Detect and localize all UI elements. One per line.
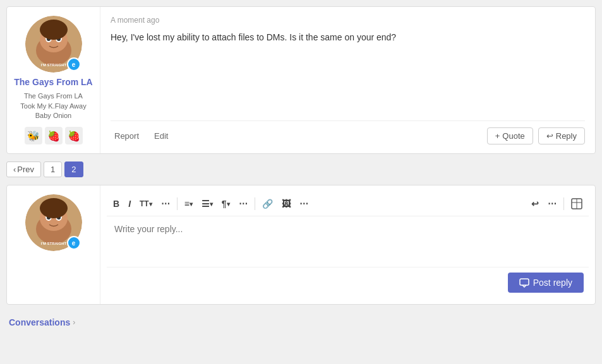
align-button[interactable]: ☰ ▾ [198, 196, 217, 211]
reply-sidebar: I'M STRAIGHT e [7, 185, 100, 304]
reply-textarea[interactable] [107, 216, 589, 267]
conversations-link[interactable]: Conversations [9, 317, 70, 327]
report-button[interactable]: Report [111, 129, 143, 143]
editor-footer: Post reply [107, 267, 589, 298]
reply-avatar: I'M STRAIGHT e [25, 194, 82, 251]
emoji-2: 🍓 [45, 127, 63, 144]
post-actions: Report Edit + Quote ↩ Reply [111, 120, 585, 144]
user-subtitle: The Gays From LA Took My K.Flay Away Bab… [20, 91, 86, 120]
avatar: I'M STRAIGHT e [25, 16, 82, 73]
reply-user-badge: e [67, 236, 81, 250]
separator-1 [177, 197, 178, 210]
separator-2 [255, 197, 255, 210]
font-size-button[interactable]: TT ▾ [136, 197, 156, 211]
edit-button[interactable]: Edit [150, 129, 172, 143]
user-emojis: 🐝 🍓 🍓 [25, 127, 83, 144]
action-right: + Quote ↩ Reply [487, 127, 585, 144]
post-card: I'M STRAIGHT e The Gays From LA The Gays… [6, 6, 596, 154]
chevron-right-icon: › [73, 318, 75, 327]
reply-button[interactable]: ↩ Reply [538, 127, 585, 144]
page-2-button[interactable]: 2 [64, 161, 83, 177]
svg-rect-21 [520, 279, 529, 285]
svg-text:I'M STRAIGHT: I'M STRAIGHT [40, 63, 66, 67]
action-left: Report Edit [111, 129, 172, 143]
post-reply-button[interactable]: Post reply [508, 273, 584, 293]
plus-icon: + [495, 131, 500, 141]
more-format-button[interactable]: ⋯ [157, 196, 174, 211]
emoji-1: 🐝 [25, 127, 42, 144]
prev-button[interactable]: ‹ Prev [6, 161, 41, 177]
more-options-button[interactable]: ⋯ [544, 196, 560, 211]
quote-button[interactable]: + Quote [487, 127, 533, 144]
editor-toolbar: B I TT ▾ ⋯ ≡ ▾ ☰ ▾ ¶ ▾ [107, 192, 589, 216]
reply-card: I'M STRAIGHT e B I TT ▾ ⋯ ≡ ▾ [6, 185, 596, 305]
italic-button[interactable]: I [124, 196, 135, 211]
separator-3 [563, 197, 564, 210]
user-badge: e [67, 57, 81, 71]
svg-point-16 [40, 198, 68, 218]
emoji-3: 🍓 [65, 127, 83, 144]
reply-editor: B I TT ▾ ⋯ ≡ ▾ ☰ ▾ ¶ ▾ [100, 185, 595, 304]
link-button[interactable]: 🔗 [258, 196, 277, 211]
svg-text:I'M STRAIGHT: I'M STRAIGHT [40, 242, 66, 245]
page-container: I'M STRAIGHT e The Gays From LA The Gays… [0, 0, 602, 364]
list-button[interactable]: ≡ ▾ [181, 196, 196, 211]
image-button[interactable]: 🖼 [278, 196, 294, 211]
chevron-left-icon: ‹ [13, 165, 16, 174]
paragraph-button[interactable]: ¶ ▾ [218, 196, 234, 211]
post-timestamp: A moment ago [111, 16, 585, 25]
page-1-button[interactable]: 1 [44, 161, 62, 177]
more-insert-button[interactable]: ⋯ [296, 196, 312, 211]
pagination: ‹ Prev 1 2 [6, 161, 596, 177]
reply-icon: ↩ [546, 131, 553, 141]
preview-button[interactable] [567, 196, 586, 212]
username: The Gays From LA [14, 76, 92, 88]
more-para-button[interactable]: ⋯ [235, 196, 251, 211]
undo-button[interactable]: ↩ [527, 196, 543, 211]
bold-button[interactable]: B [109, 196, 123, 211]
post-content: A moment ago Hey, I've lost my ability t… [100, 7, 595, 153]
conversations-bar: Conversations › [6, 312, 596, 332]
post-reply-icon [519, 278, 529, 288]
post-text: Hey, I've lost my ability to attach file… [111, 31, 585, 110]
svg-point-7 [40, 20, 68, 40]
post-sidebar: I'M STRAIGHT e The Gays From LA The Gays… [7, 7, 100, 153]
